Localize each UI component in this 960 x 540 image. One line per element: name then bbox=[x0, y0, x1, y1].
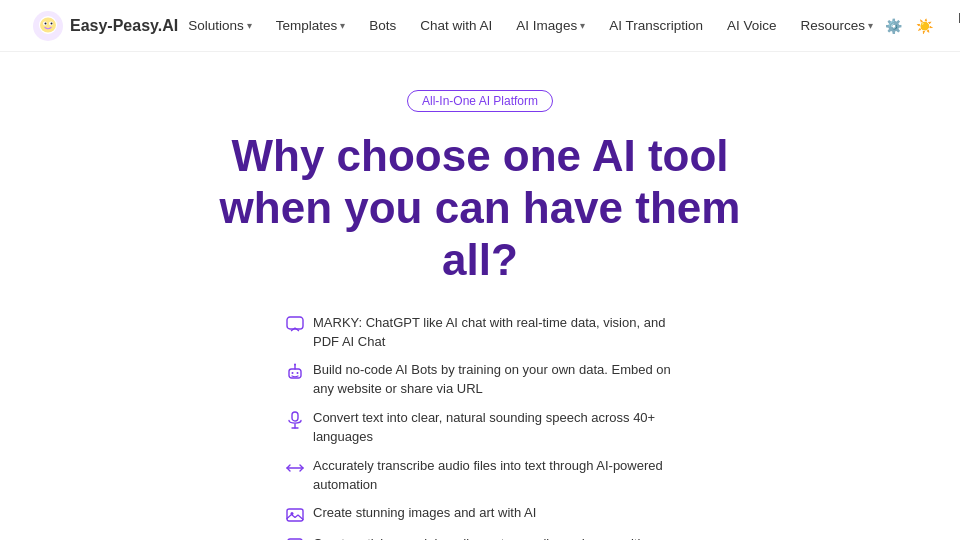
svg-rect-16 bbox=[287, 509, 303, 521]
feature-images: Create stunning images and art with AI bbox=[285, 504, 675, 525]
svg-point-5 bbox=[45, 22, 47, 24]
svg-point-11 bbox=[294, 364, 296, 366]
svg-point-10 bbox=[297, 372, 299, 374]
main-nav: Solutions ▾ Templates ▾ Bots Chat with A… bbox=[178, 12, 883, 39]
settings-icon[interactable]: ⚙️ bbox=[883, 12, 904, 40]
feature-transcription: Accurately transcribe audio files into t… bbox=[285, 457, 675, 495]
hero-title: Why choose one AI tool when you can have… bbox=[220, 130, 741, 286]
resources-chevron-icon: ▾ bbox=[868, 20, 873, 31]
svg-point-6 bbox=[51, 22, 53, 24]
main-content: All-In-One AI Platform Why choose one AI… bbox=[0, 52, 960, 540]
theme-toggle-icon[interactable]: ☀️ bbox=[914, 12, 935, 40]
chat-icon bbox=[285, 315, 305, 335]
templates-chevron-icon: ▾ bbox=[340, 20, 345, 31]
tools-icon bbox=[285, 536, 305, 540]
svg-rect-12 bbox=[292, 412, 298, 421]
svg-rect-7 bbox=[287, 317, 303, 329]
feature-voice: Convert text into clear, natural soundin… bbox=[285, 409, 675, 447]
logo[interactable]: Easy-Peasy.AI bbox=[32, 10, 178, 42]
feature-bots: Build no-code AI Bots by training on you… bbox=[285, 361, 675, 399]
image-icon bbox=[285, 505, 305, 525]
svg-point-9 bbox=[292, 372, 294, 374]
nav-bots[interactable]: Bots bbox=[359, 12, 406, 39]
header-actions: ⚙️ ☀️ Log in Sign up bbox=[883, 2, 960, 50]
logo-icon bbox=[32, 10, 64, 42]
feature-marky: MARKY: ChatGPT like AI chat with real-ti… bbox=[285, 314, 675, 352]
ai-images-chevron-icon: ▾ bbox=[580, 20, 585, 31]
nav-templates[interactable]: Templates ▾ bbox=[266, 12, 356, 39]
nav-resources[interactable]: Resources ▾ bbox=[790, 12, 883, 39]
features-list: MARKY: ChatGPT like AI chat with real-ti… bbox=[285, 314, 675, 540]
svg-point-2 bbox=[40, 17, 56, 32]
nav-ai-transcription[interactable]: AI Transcription bbox=[599, 12, 713, 39]
nav-ai-voice[interactable]: AI Voice bbox=[717, 12, 787, 39]
logo-text: Easy-Peasy.AI bbox=[70, 17, 178, 35]
feature-templates: Create articles, social media posts, ema… bbox=[285, 535, 675, 540]
login-button[interactable]: Log in bbox=[945, 4, 960, 48]
nav-solutions[interactable]: Solutions ▾ bbox=[178, 12, 262, 39]
microphone-icon bbox=[285, 410, 305, 430]
transcription-icon bbox=[285, 458, 305, 478]
solutions-chevron-icon: ▾ bbox=[247, 20, 252, 31]
bot-icon bbox=[285, 362, 305, 382]
nav-chat-with-ai[interactable]: Chat with AI bbox=[410, 12, 502, 39]
nav-ai-images[interactable]: AI Images ▾ bbox=[506, 12, 595, 39]
platform-badge: All-In-One AI Platform bbox=[407, 90, 553, 112]
